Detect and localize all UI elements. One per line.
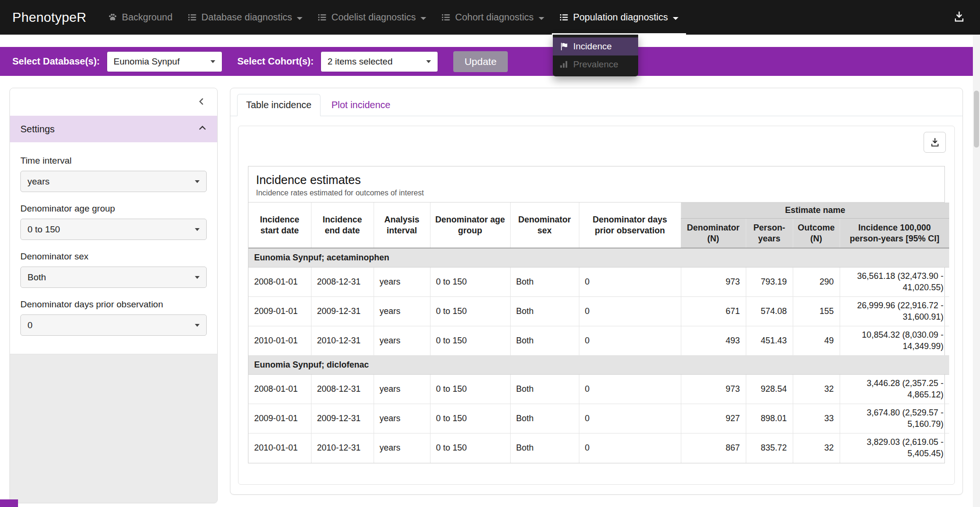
table-cell: years bbox=[374, 267, 430, 297]
select-value: 0 to 150 bbox=[27, 224, 60, 235]
tab-bar: Table incidencePlot incidence bbox=[230, 88, 962, 116]
vertical-scrollbar[interactable] bbox=[973, 35, 980, 507]
table-cell: 867 bbox=[681, 433, 746, 463]
table-row: 2008-01-012008-12-31years0 to 150Both097… bbox=[248, 267, 949, 297]
table-cell: 3,674.80 (2,529.57 - 5,160.79) bbox=[840, 404, 949, 433]
tab-plot-incidence[interactable]: Plot incidence bbox=[322, 94, 400, 116]
table-cell: 2010-01-01 bbox=[248, 326, 311, 356]
content-area: Settings Time intervalyearsDenominator a… bbox=[0, 76, 980, 505]
table-cell: 927 bbox=[681, 404, 746, 433]
column-header: Denominator (N) bbox=[681, 219, 746, 249]
table-row: 2008-01-012008-12-31years0 to 150Both097… bbox=[248, 375, 949, 404]
caret-down-icon bbox=[195, 228, 200, 231]
table-cell: 0 bbox=[579, 267, 681, 297]
table-cell: 0 to 150 bbox=[430, 267, 510, 297]
tab-table-incidence[interactable]: Table incidence bbox=[237, 94, 321, 116]
dropdown-item-label: Prevalence bbox=[573, 59, 618, 70]
select-value: Both bbox=[27, 272, 46, 283]
table-cell: 793.19 bbox=[746, 267, 793, 297]
table-cell: 973 bbox=[681, 267, 746, 297]
table-cell: years bbox=[374, 404, 430, 433]
sidebar-field-denominator-sex: Denominator sexBoth bbox=[20, 251, 207, 288]
cohort-select[interactable]: 2 items selected bbox=[321, 51, 438, 72]
table-cell: 36,561.18 (32,473.90 - 41,020.55) bbox=[840, 267, 949, 297]
nav-item-cohort-diagnostics[interactable]: Cohort diagnostics bbox=[434, 0, 552, 35]
table-toolbar bbox=[247, 132, 946, 153]
update-button[interactable]: Update bbox=[453, 51, 508, 72]
nav-item-background[interactable]: Background bbox=[101, 0, 180, 35]
nav-item-database-diagnostics[interactable]: Database diagnostics bbox=[180, 0, 310, 35]
table-cell: 0 bbox=[579, 375, 681, 404]
nav-item-label: Population diagnostics bbox=[573, 12, 668, 23]
table-cell: 32 bbox=[793, 433, 840, 463]
nav-item-label: Background bbox=[122, 12, 173, 23]
field-select-denominator-sex[interactable]: Both bbox=[20, 267, 207, 288]
settings-fields: Time intervalyearsDenominator age group0… bbox=[10, 142, 217, 354]
field-label: Denominator sex bbox=[20, 251, 207, 262]
bottom-purple-strip bbox=[0, 499, 18, 507]
table-cell: 0 to 150 bbox=[430, 326, 510, 356]
column-header: Denominator days prior observation bbox=[579, 203, 681, 248]
nav-item-label: Cohort diagnostics bbox=[455, 12, 534, 23]
column-header: Analysis interval bbox=[374, 203, 430, 248]
column-header: Person-years bbox=[746, 219, 793, 249]
caret-down-icon bbox=[673, 17, 678, 20]
table-cell: 2008-12-31 bbox=[311, 267, 374, 297]
navbar-download-icon[interactable] bbox=[951, 8, 968, 27]
main-body: Incidence estimates Incidence rates esti… bbox=[230, 116, 962, 494]
list-icon bbox=[559, 13, 568, 22]
table-cell: 33 bbox=[793, 404, 840, 433]
result-card: Incidence estimates Incidence rates esti… bbox=[238, 126, 955, 485]
table-cell: 574.08 bbox=[746, 297, 793, 326]
table-cell: 2010-12-31 bbox=[311, 433, 374, 463]
list-icon bbox=[441, 13, 450, 22]
table-cell: Both bbox=[510, 267, 579, 297]
table-cell: 835.72 bbox=[746, 433, 793, 463]
chart-icon bbox=[559, 60, 568, 69]
cohort-select-value: 2 items selected bbox=[328, 56, 393, 67]
table-cell: Both bbox=[510, 433, 579, 463]
table-cell: 290 bbox=[793, 267, 840, 297]
table-cell: 0 to 150 bbox=[430, 433, 510, 463]
column-header: Incidence end date bbox=[311, 203, 374, 248]
field-select-denominator-days-prior-observation[interactable]: 0 bbox=[20, 314, 207, 336]
select-cohorts-label: Select Cohort(s): bbox=[238, 56, 314, 67]
group-label: Eunomia Synpuf; acetaminophen bbox=[248, 248, 949, 267]
caret-down-icon bbox=[297, 17, 302, 20]
dropdown-item-label: Incidence bbox=[573, 41, 612, 52]
database-select[interactable]: Eunomia Synpuf bbox=[107, 51, 222, 72]
nav-item-codelist-diagnostics[interactable]: Codelist diagnostics bbox=[310, 0, 434, 35]
settings-accordion-header[interactable]: Settings bbox=[10, 116, 217, 142]
table-cell: 2009-01-01 bbox=[248, 297, 311, 326]
chevron-up-icon bbox=[198, 124, 207, 135]
table-cell: 26,999.96 (22,916.72 - 31,600.91) bbox=[840, 297, 949, 326]
sidebar: Settings Time intervalyearsDenominator a… bbox=[9, 88, 218, 503]
field-select-time-interval[interactable]: years bbox=[20, 171, 207, 192]
sidebar-filler bbox=[10, 354, 217, 503]
navbar-items: BackgroundDatabase diagnosticsCodelist d… bbox=[101, 0, 686, 35]
table-cell: Both bbox=[510, 375, 579, 404]
table-cell: 2008-01-01 bbox=[248, 375, 311, 404]
table-cell: 928.54 bbox=[746, 375, 793, 404]
table-subtitle: Incidence rates estimated for outcomes o… bbox=[248, 188, 944, 203]
table-cell: Both bbox=[510, 326, 579, 356]
table-cell: 3,829.03 (2,619.05 - 5,405.45) bbox=[840, 433, 949, 463]
table-cell: 451.43 bbox=[746, 326, 793, 356]
dropdown-item-prevalence[interactable]: Prevalence bbox=[553, 55, 638, 74]
table-download-button[interactable] bbox=[924, 132, 946, 153]
table-cell: 0 bbox=[579, 404, 681, 433]
nav-item-population-diagnostics[interactable]: Population diagnostics bbox=[552, 0, 686, 35]
table-cell: 0 bbox=[579, 297, 681, 326]
table-cell: 2009-12-31 bbox=[311, 404, 374, 433]
dropdown-item-incidence[interactable]: Incidence bbox=[553, 37, 638, 55]
estimate-name-spanner: Estimate name bbox=[681, 203, 949, 219]
table-cell: 0 to 150 bbox=[430, 297, 510, 326]
table-cell: 2010-01-01 bbox=[248, 433, 311, 463]
scrollbar-thumb[interactable] bbox=[974, 91, 979, 147]
select-value: years bbox=[27, 176, 49, 187]
table-cell: years bbox=[374, 375, 430, 404]
field-select-denominator-age-group[interactable]: 0 to 150 bbox=[20, 219, 207, 240]
sidebar-collapse-button[interactable] bbox=[195, 95, 208, 109]
table-cell: Both bbox=[510, 404, 579, 433]
app-brand: PhenotypeR bbox=[12, 10, 86, 25]
